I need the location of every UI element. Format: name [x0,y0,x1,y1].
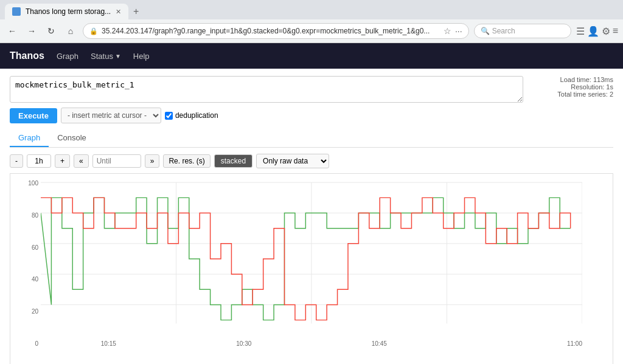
chart-svg [41,180,582,338]
reload-button[interactable]: ↻ [44,24,58,38]
stacked-button[interactable]: stacked [214,154,252,168]
dedup-checkbox-label: deduplication [165,111,218,120]
browser-search-box[interactable]: 🔍 Search [474,24,571,38]
y-label-100: 100 [13,180,38,187]
tab-bar: Thanos long term storag... ✕ + [0,0,623,19]
url-icons: ☆ ··· [444,26,462,36]
extensions-icon[interactable]: ☰ [576,26,585,37]
bookmark-icon[interactable]: ☆ [444,26,451,36]
nav-help[interactable]: Help [133,49,150,63]
url-text: 35.244.203.147/graph?g0.range_input=1h&g… [102,27,440,35]
new-tab-icon[interactable]: + [133,6,139,17]
tab-title: Thanos long term storag... [26,7,111,16]
resolution: Resolution: 1s [528,83,613,91]
chevron-down-icon: ▼ [115,53,121,60]
tab-graph[interactable]: Graph [10,129,49,147]
y-label-80: 80 [13,212,38,219]
browser-chrome: Thanos long term storag... ✕ + ← → ↻ ⌂ 🔒… [0,0,623,43]
search-icon: 🔍 [481,27,490,35]
load-time: Load time: 113ms [528,76,613,83]
nav-status[interactable]: Status ▼ [91,49,121,63]
y-axis: 0 20 40 60 80 100 [10,180,41,347]
menu-icon[interactable]: ≡ [613,26,618,36]
x-label-1100: 11:00 [447,340,583,347]
browser-toolbar: ☰ 👤 ⚙ ≡ [576,26,618,37]
zoom-in-button[interactable]: + [55,154,70,168]
url-box[interactable]: 🔒 35.244.203.147/graph?g0.range_input=1h… [83,23,469,39]
x-label-1045: 10:45 [312,340,447,347]
browser-tab[interactable]: Thanos long term storag... ✕ [5,4,128,19]
tab-favicon-icon [12,7,21,16]
execute-button[interactable]: Execute [10,108,57,123]
x-axis: 10:15 10:30 10:45 11:00 [41,340,582,347]
more-icon[interactable]: ··· [455,26,462,36]
y-label-0: 0 [13,340,38,347]
dedup-label: deduplication [175,111,218,120]
back-button[interactable]: ← [5,24,19,38]
tab-console[interactable]: Console [49,129,95,147]
query-row: mockmetrics_bulk_metric_1 Load time: 113… [10,76,613,103]
settings-icon[interactable]: ⚙ [602,26,610,37]
dedup-checkbox[interactable] [165,112,173,120]
insert-metric-select[interactable]: - insert metric at cursor - [61,108,161,123]
time-range-input[interactable] [27,154,51,168]
x-label-1015: 10:15 [41,340,176,347]
prev-time-button[interactable]: « [74,154,89,168]
nav-graph[interactable]: Graph [57,49,78,63]
y-label-40: 40 [13,276,38,283]
tab-close-icon[interactable]: ✕ [116,8,121,16]
meta-info: Load time: 113ms Resolution: 1s Total ti… [528,76,613,98]
address-bar: ← → ↻ ⌂ 🔒 35.244.203.147/graph?g0.range_… [0,19,623,43]
home-button[interactable]: ⌂ [63,24,78,38]
search-placeholder: Search [492,27,515,35]
forward-button[interactable]: → [24,24,39,38]
view-tabs: Graph Console [10,129,613,148]
zoom-out-button[interactable]: - [10,154,23,168]
next-time-button[interactable]: » [145,154,160,168]
toolbar-row: Execute - insert metric at cursor - dedu… [10,108,613,123]
query-input[interactable]: mockmetrics_bulk_metric_1 [10,76,523,103]
main-content: mockmetrics_bulk_metric_1 Load time: 113… [0,69,623,364]
y-label-20: 20 [13,308,38,315]
chart-inner: 0 20 40 60 80 100 [10,174,613,364]
raw-data-select[interactable]: Only raw data Lines Bars Area [256,154,329,168]
x-label-1030: 10:30 [176,340,312,347]
y-label-60: 60 [13,244,38,251]
profile-icon[interactable]: 👤 [587,26,599,37]
resolution-button[interactable]: Re. res. (s) [163,154,210,168]
graph-controls: - + « » Re. res. (s) stacked Only raw da… [10,154,613,168]
app-nav: Thanos Graph Status ▼ Help [0,43,623,69]
total-series: Total time series: 2 [528,91,613,98]
app-brand: Thanos [10,50,44,61]
until-input[interactable] [92,154,141,168]
chart-container: 0 20 40 60 80 100 [10,173,613,364]
